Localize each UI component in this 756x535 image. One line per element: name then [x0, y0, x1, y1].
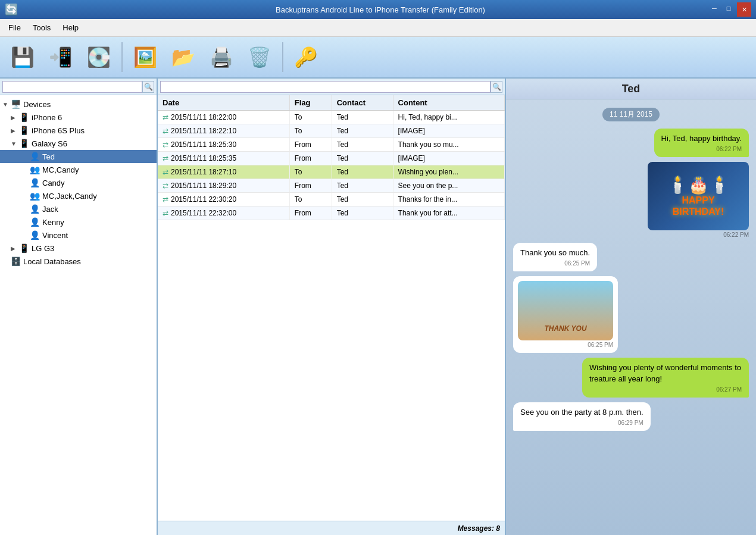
table-row[interactable]: ⇄2015/11/11 18:22:00 To Ted Hi, Ted, hap…: [158, 111, 505, 124]
msg-time-1: 06:22 PM: [723, 231, 749, 238]
chat-contact-name: Ted: [622, 83, 641, 95]
sidebar-item-localdbs[interactable]: 🗄️ Local Databases: [0, 255, 157, 268]
happy-birthday-image: 🕯️🎂🕯️ HAPPYBIRTHDAY!: [648, 162, 749, 230]
messages-search-button[interactable]: 🔍: [491, 81, 502, 93]
close-button[interactable]: ✕: [737, 2, 751, 17]
cell-contact: Ted: [332, 179, 393, 193]
messages-search-input[interactable]: [160, 81, 491, 93]
toolbar-delete[interactable]: 🗑️: [242, 40, 277, 74]
cell-content: See you on the p...: [393, 179, 504, 193]
table-row[interactable]: ⇄2015/11/11 18:25:30 From Ted Thank you …: [158, 138, 505, 152]
toolbar: 💾 📲 💽 🖼️ 📂 🖨️ 🗑️ 🔑: [0, 37, 756, 79]
messages-table: Date Flag Contact Content ⇄2015/11/11 18…: [158, 95, 505, 220]
sidebar-item-kenny[interactable]: 👤 Kenny: [0, 215, 157, 229]
chat-date-badge: 11 11月 2015: [602, 108, 660, 121]
cell-contact: Ted: [332, 124, 393, 138]
messages-search-bar: 🔍: [158, 79, 505, 95]
msg-row-icon: ⇄: [163, 154, 168, 162]
col-date: Date: [158, 95, 289, 111]
window-title: Backuptrans Android Line to iPhone Trans…: [52, 5, 708, 14]
lgg3-label: LG G3: [32, 244, 54, 253]
title-bar: 🔄 Backuptrans Android Line to iPhone Tra…: [0, 0, 756, 19]
toolbar-transfer[interactable]: 📲: [43, 40, 79, 74]
vincent-label: Vincent: [42, 231, 68, 240]
cell-flag: From: [289, 138, 332, 152]
toolbar-print[interactable]: 🖨️: [204, 40, 239, 74]
lgg3-arrow: ▶: [11, 245, 19, 252]
messages-table-scroll: Date Flag Contact Content ⇄2015/11/11 18…: [158, 95, 505, 521]
cell-date: ⇄2015/11/11 18:25:35: [158, 152, 289, 165]
menu-tools[interactable]: Tools: [27, 21, 57, 35]
msg-row-icon: ⇄: [163, 209, 168, 217]
left-panel: 🔍 ▼ 🖥️ Devices ▶ 📱 iPhone 6 ▶ 📱 iPhone 6…: [0, 79, 158, 535]
msg-time-3: 06:25 PM: [518, 342, 613, 348]
table-row[interactable]: ⇄2015/11/11 18:29:20 From Ted See you on…: [158, 179, 505, 193]
toolbar-sep-1: [121, 42, 123, 72]
chat-message-1: 🕯️🎂🕯️ HAPPYBIRTHDAY! 06:22 PM: [648, 162, 749, 238]
col-flag: Flag: [289, 95, 332, 111]
sidebar-item-vincent[interactable]: 👤 Vincent: [0, 229, 157, 242]
sidebar-item-lgg3[interactable]: ▶ 📱 LG G3: [0, 242, 157, 255]
middle-panel: 🔍 Date Flag Contact Content ⇄2015/11/11 …: [158, 79, 506, 535]
sidebar-search-input[interactable]: [2, 81, 142, 93]
cell-content: Thank you for att...: [393, 207, 504, 220]
cell-flag: To: [289, 124, 332, 138]
sidebar-search-button[interactable]: 🔍: [142, 81, 154, 93]
msg-row-icon: ⇄: [163, 168, 168, 176]
cell-flag: From: [289, 152, 332, 165]
devices-arrow: ▼: [2, 101, 11, 108]
sidebar-item-mcjackcandy[interactable]: 👥 MC,Jack,Candy: [0, 189, 157, 202]
jack-icon: 👤: [30, 204, 40, 214]
cell-date: ⇄2015/11/11 18:22:10: [158, 124, 289, 138]
kenny-label: Kenny: [42, 218, 64, 227]
mcjackcandy-icon: 👥: [30, 191, 40, 201]
maximize-button[interactable]: □: [723, 2, 735, 14]
candy-icon: 👤: [30, 178, 40, 187]
msg-row-icon: ⇄: [163, 127, 168, 135]
toolbar-database[interactable]: 💽: [81, 40, 117, 74]
toolbar-backup[interactable]: 💾: [5, 40, 40, 74]
sidebar-item-iphone6[interactable]: ▶ 📱 iPhone 6: [0, 111, 157, 124]
minimize-button[interactable]: ─: [708, 2, 720, 14]
cell-content: [IMAGE]: [393, 124, 504, 138]
msg-time-0: 06:22 PM: [661, 146, 742, 152]
sidebar-item-devices[interactable]: ▼ 🖥️ Devices: [0, 98, 157, 111]
cell-flag: To: [289, 111, 332, 124]
toolbar-license[interactable]: 🔑: [288, 40, 324, 74]
sidebar-item-ted[interactable]: 👤 Ted: [0, 150, 157, 163]
main-content: 🔍 ▼ 🖥️ Devices ▶ 📱 iPhone 6 ▶ 📱 iPhone 6…: [0, 79, 756, 535]
devices-label: Devices: [23, 100, 51, 109]
table-header-row: Date Flag Contact Content: [158, 95, 505, 111]
menu-file[interactable]: File: [2, 21, 27, 35]
table-row[interactable]: ⇄2015/11/11 18:27:10 To Ted Wishing you …: [158, 165, 505, 179]
sidebar-item-galaxys6[interactable]: ▼ 📱 Galaxy S6: [0, 137, 157, 150]
table-row[interactable]: ⇄2015/11/11 22:32:00 From Ted Thank you …: [158, 207, 505, 220]
sidebar-item-jack[interactable]: 👤 Jack: [0, 202, 157, 215]
localdbs-icon: 🗄️: [11, 256, 21, 266]
chat-message-0: Hi, Ted, happy birthday. 06:22 PM: [654, 129, 749, 157]
right-panel: Ted 11 11月 2015 Hi, Ted, happy birthday.…: [506, 79, 756, 535]
status-bar: Messages: 8: [158, 521, 505, 535]
sidebar-item-iphone6splus[interactable]: ▶ 📱 iPhone 6S Plus: [0, 124, 157, 137]
cell-flag: To: [289, 193, 332, 207]
table-row[interactable]: ⇄2015/11/11 18:25:35 From Ted [IMAGE]: [158, 152, 505, 165]
galaxys6-arrow: ▼: [11, 140, 19, 147]
mcjackcandy-label: MC,Jack,Candy: [42, 192, 97, 201]
toolbar-import[interactable]: 🖼️: [127, 40, 163, 74]
devices-icon: 🖥️: [11, 99, 21, 109]
chat-message-5: See you on the party at 8 p.m. then. 06:…: [513, 402, 651, 431]
sidebar-item-candy[interactable]: 👤 Candy: [0, 176, 157, 189]
cell-contact: Ted: [332, 111, 393, 124]
cell-contact: Ted: [332, 207, 393, 220]
iphone6splus-arrow: ▶: [11, 127, 19, 134]
msg-text-5: See you on the party at 8 p.m. then.: [520, 407, 643, 418]
chat-messages: 11 11月 2015 Hi, Ted, happy birthday. 06:…: [506, 99, 756, 535]
msg-row-icon: ⇄: [163, 113, 168, 121]
toolbar-sep-2: [282, 42, 283, 72]
table-row[interactable]: ⇄2015/11/11 18:22:10 To Ted [IMAGE]: [158, 124, 505, 138]
toolbar-export[interactable]: 📂: [165, 40, 201, 74]
menu-help[interactable]: Help: [57, 21, 85, 35]
table-row[interactable]: ⇄2015/11/11 22:30:20 To Ted Thanks for t…: [158, 193, 505, 207]
cell-content: Wishing you plen...: [393, 165, 504, 179]
sidebar-item-mccandy[interactable]: 👥 MC,Candy: [0, 163, 157, 176]
